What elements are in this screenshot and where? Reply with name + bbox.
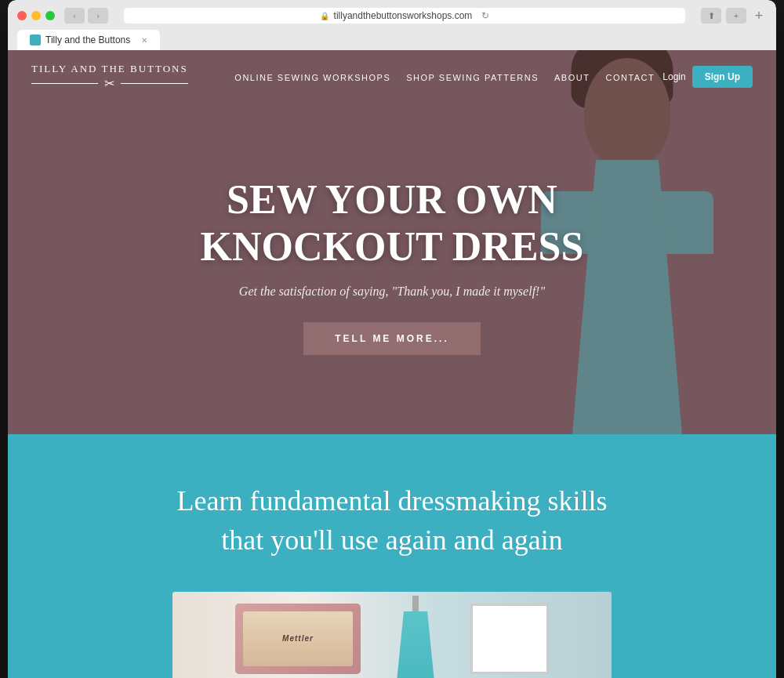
fabric-spool-display: Mettler (235, 604, 361, 674)
nav-item-about[interactable]: ABOUT (554, 70, 590, 84)
traffic-lights (17, 11, 55, 20)
nav-links: ONLINE SEWING WORKSHOPS SHOP SEWING PATT… (234, 70, 655, 84)
logo-line-left (31, 83, 98, 84)
hero-wrapper: TILLY AND THE BUTTONS ✂ ONLINE SEWING WO… (8, 50, 776, 434)
tab-close-button[interactable]: ✕ (141, 36, 147, 45)
minimize-button[interactable] (31, 11, 41, 20)
share-button[interactable]: ⬆ (701, 8, 721, 24)
nav-link-contact[interactable]: CONTACT (605, 73, 655, 82)
logo-scissors: ✂ (31, 76, 188, 91)
frame-display (470, 604, 549, 674)
spool-visual: Mettler (243, 611, 353, 666)
tab-favicon (30, 34, 41, 45)
logo-line-right (121, 83, 187, 84)
preview-image-container: Mettler (172, 592, 612, 678)
new-tab-button[interactable]: + (751, 8, 767, 24)
browser-controls: ‹ › 🔒 tillyandthebuttonsworkshops.com ↻ … (17, 8, 767, 24)
tab-title: Tilly and the Buttons (45, 34, 130, 45)
logo-text: TILLY AND THE BUTTONS (31, 62, 188, 76)
maximize-button[interactable] (45, 11, 55, 20)
scissors-icon: ✂ (104, 76, 114, 91)
lock-icon: 🔒 (320, 12, 329, 20)
mannequin-stand (412, 596, 419, 611)
hero-subtitle: Get the satisfaction of saying, "Thank y… (239, 285, 545, 299)
preview-image-inner: Mettler (172, 592, 612, 678)
nav-item-contact[interactable]: CONTACT (605, 70, 655, 84)
browser-chrome: ‹ › 🔒 tillyandthebuttonsworkshops.com ↻ … (8, 0, 776, 50)
url-text: tillyandthebuttonsworkshops.com (334, 10, 473, 21)
nav-item-workshops[interactable]: ONLINE SEWING WORKSHOPS (234, 70, 390, 84)
hero-title-line2: KNOCKOUT DRESS (201, 224, 584, 269)
website-content: TILLY AND THE BUTTONS ✂ ONLINE SEWING WO… (8, 50, 776, 678)
hero-section: SEW YOUR OWN KNOCKOUT DRESS Get the sati… (8, 50, 776, 434)
add-bookmark-button[interactable]: + (726, 8, 746, 24)
hero-cta-button[interactable]: TELL ME MORE... (303, 322, 480, 355)
hero-title-line1: SEW YOUR OWN (227, 177, 557, 222)
teal-heading: Learn fundamental dressmaking skills tha… (157, 481, 627, 560)
nav-link-patterns[interactable]: SHOP SEWING PATTERNS (406, 73, 539, 82)
signup-button[interactable]: Sign Up (692, 66, 753, 88)
mannequin-display (376, 596, 455, 678)
site-nav: TILLY AND THE BUTTONS ✂ ONLINE SEWING WO… (8, 50, 776, 103)
address-bar[interactable]: 🔒 tillyandthebuttonsworkshops.com ↻ (124, 8, 685, 24)
mannequin-dress (392, 611, 439, 678)
browser-window: ‹ › 🔒 tillyandthebuttonsworkshops.com ↻ … (8, 0, 776, 678)
spool-brand: Mettler (282, 634, 314, 643)
hero-title: SEW YOUR OWN KNOCKOUT DRESS (201, 176, 584, 270)
login-link[interactable]: Login (662, 71, 685, 82)
nav-buttons: ‹ › (64, 8, 108, 24)
back-button[interactable]: ‹ (64, 8, 85, 24)
refresh-icon[interactable]: ↻ (481, 10, 489, 21)
forward-button[interactable]: › (88, 8, 108, 24)
tab-bar: Tilly and the Buttons ✕ (17, 30, 767, 50)
nav-link-about[interactable]: ABOUT (554, 73, 590, 82)
site-logo[interactable]: TILLY AND THE BUTTONS ✂ (31, 62, 188, 91)
browser-actions: ⬆ + (701, 8, 746, 24)
nav-item-patterns[interactable]: SHOP SEWING PATTERNS (406, 70, 539, 84)
teal-section: Learn fundamental dressmaking skills tha… (8, 434, 776, 678)
close-button[interactable] (17, 11, 27, 20)
hero-content: SEW YOUR OWN KNOCKOUT DRESS Get the sati… (8, 50, 776, 434)
nav-link-workshops[interactable]: ONLINE SEWING WORKSHOPS (234, 73, 390, 82)
active-tab[interactable]: Tilly and the Buttons ✕ (17, 30, 160, 50)
